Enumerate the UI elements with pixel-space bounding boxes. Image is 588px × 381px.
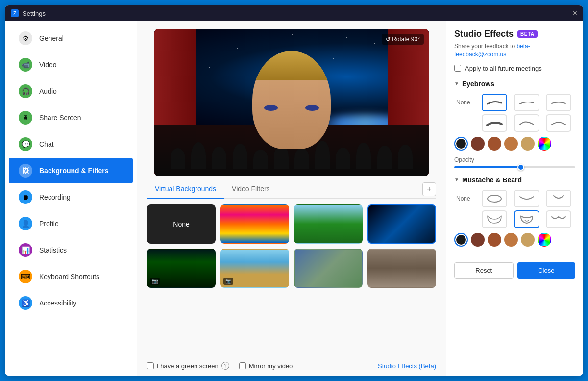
audio-icon: 🎧 bbox=[19, 84, 32, 98]
sidebar-item-profile[interactable]: 👤 Profile bbox=[9, 211, 133, 236]
background-golden-gate[interactable] bbox=[220, 204, 289, 244]
close-studio-button[interactable]: Close bbox=[517, 262, 576, 279]
background-game[interactable] bbox=[294, 249, 363, 288]
mirror-video-label: Mirror my video bbox=[249, 362, 293, 370]
beard-option-6[interactable] bbox=[546, 210, 571, 228]
chat-icon: 💬 bbox=[19, 137, 32, 151]
green-screen-help-icon[interactable]: ? bbox=[221, 362, 229, 370]
sidebar-label-profile: Profile bbox=[39, 220, 59, 228]
tab-video-filters[interactable]: Video Filters bbox=[224, 180, 278, 199]
app-icon: Z bbox=[11, 9, 19, 17]
sidebar: ⚙ General 📹 Video 🎧 Audio 🖥 Share Screen… bbox=[5, 21, 137, 376]
video-preview-section: ↺ Rotate 90° bbox=[137, 21, 446, 180]
background-grass[interactable] bbox=[294, 204, 363, 244]
sidebar-item-background-filters[interactable]: 🖼 Background & Filters bbox=[9, 158, 133, 183]
sidebar-item-general[interactable]: ⚙ General bbox=[9, 25, 133, 51]
none-label: None bbox=[173, 220, 189, 228]
sidebar-label-recording: Recording bbox=[39, 193, 71, 201]
eyebrows-row1: None bbox=[454, 94, 575, 111]
feedback-prefix: Share your feedback to bbox=[454, 43, 515, 50]
title-bar-left: Z Settings bbox=[11, 9, 46, 17]
sidebar-label-audio: Audio bbox=[39, 87, 57, 95]
green-screen-checkbox[interactable] bbox=[147, 362, 154, 369]
background-none[interactable]: None bbox=[147, 204, 216, 244]
beard-shape-1 bbox=[486, 194, 503, 203]
person-hair bbox=[252, 51, 331, 80]
sidebar-item-accessibility[interactable]: ♿ Accessibility bbox=[9, 290, 133, 316]
svg-point-0 bbox=[488, 195, 501, 202]
background-filters-icon: 🖼 bbox=[19, 164, 32, 178]
main-content: ⚙ General 📹 Video 🎧 Audio 🖥 Share Screen… bbox=[5, 21, 583, 376]
mustache-section-header[interactable]: ▼ Mustache & Beard bbox=[454, 176, 575, 184]
sidebar-item-recording[interactable]: ⏺ Recording bbox=[9, 184, 133, 210]
beard-option-3[interactable] bbox=[546, 190, 571, 207]
tabs-left: Virtual Backgrounds Video Filters bbox=[147, 180, 278, 198]
beard-color-black[interactable] bbox=[454, 233, 468, 247]
eyebrow-color-medium-brown[interactable] bbox=[504, 137, 518, 151]
sidebar-label-keyboard-shortcuts: Keyboard Shortcuts bbox=[39, 273, 99, 280]
brow-option-5[interactable] bbox=[514, 114, 539, 132]
background-aurora[interactable]: 📷 bbox=[147, 249, 216, 288]
brow-option-6[interactable] bbox=[546, 114, 571, 132]
left-eye bbox=[264, 105, 278, 111]
sidebar-label-accessibility: Accessibility bbox=[39, 299, 76, 307]
rotate-button[interactable]: ↺ Rotate 90° bbox=[382, 34, 424, 45]
general-icon: ⚙ bbox=[19, 31, 32, 45]
beard-color-dark-brown[interactable] bbox=[471, 233, 485, 247]
beard-option-5[interactable] bbox=[514, 210, 539, 228]
audience-member bbox=[253, 150, 268, 169]
feedback-text: Share your feedback to beta-feedback@zoo… bbox=[454, 42, 575, 59]
brow-option-1[interactable] bbox=[482, 94, 507, 111]
apply-future-meetings-checkbox[interactable] bbox=[454, 65, 461, 72]
sidebar-item-keyboard-shortcuts[interactable]: ⌨ Keyboard Shortcuts bbox=[9, 264, 133, 289]
studio-effects-panel: Studio Effects BETA Share your feedback … bbox=[446, 21, 583, 376]
sidebar-item-statistics[interactable]: 📊 Statistics bbox=[9, 237, 133, 263]
brow-option-2[interactable] bbox=[514, 94, 539, 111]
sidebar-item-video[interactable]: 📹 Video bbox=[9, 52, 133, 77]
sidebar-label-statistics: Statistics bbox=[39, 246, 67, 254]
sidebar-item-share-screen[interactable]: 🖥 Share Screen bbox=[9, 105, 133, 130]
add-background-button[interactable]: + bbox=[422, 182, 436, 196]
eyebrows-section-header[interactable]: ▼ Eyebrows bbox=[454, 80, 575, 88]
beard-color-rainbow[interactable] bbox=[538, 233, 551, 247]
sidebar-item-audio[interactable]: 🎧 Audio bbox=[9, 78, 133, 104]
beard-shape-2 bbox=[518, 194, 536, 203]
tabs-row: Virtual Backgrounds Video Filters + bbox=[147, 180, 436, 199]
studio-effects-link[interactable]: Studio Effects (Beta) bbox=[378, 362, 436, 370]
background-interior[interactable] bbox=[368, 249, 436, 288]
keyboard-shortcuts-icon: ⌨ bbox=[19, 270, 32, 283]
audience-member bbox=[315, 141, 330, 169]
beard-option-4[interactable] bbox=[482, 210, 507, 228]
mirror-video-checkbox[interactable] bbox=[239, 362, 246, 369]
beard-color-brown[interactable] bbox=[488, 233, 501, 247]
beard-option-2[interactable] bbox=[514, 190, 539, 207]
eyebrow-color-light-brown[interactable] bbox=[521, 137, 535, 151]
eyebrow-color-dark-brown[interactable] bbox=[471, 137, 485, 151]
right-eye bbox=[305, 105, 319, 111]
sidebar-item-chat[interactable]: 💬 Chat bbox=[9, 131, 133, 157]
brow-option-3[interactable] bbox=[546, 94, 571, 111]
tab-virtual-backgrounds[interactable]: Virtual Backgrounds bbox=[147, 180, 224, 199]
audience-member bbox=[212, 147, 226, 169]
title-bar: Z Settings × bbox=[5, 5, 583, 21]
eyebrow-color-black[interactable] bbox=[454, 137, 468, 151]
beard-option-1[interactable] bbox=[482, 190, 507, 207]
beard-color-medium-brown[interactable] bbox=[504, 233, 518, 247]
background-space[interactable] bbox=[368, 204, 436, 244]
eyebrow-color-rainbow[interactable] bbox=[538, 137, 551, 151]
window-close-button[interactable]: × bbox=[573, 9, 577, 17]
beard-color-light-brown[interactable] bbox=[521, 233, 535, 247]
green-screen-row: I have a green screen ? bbox=[147, 362, 229, 370]
sidebar-label-chat: Chat bbox=[39, 140, 54, 148]
opacity-label: Opacity bbox=[454, 156, 575, 163]
eyebrows-row2 bbox=[454, 114, 575, 132]
beard-shape-5 bbox=[518, 214, 536, 224]
eyebrow-color-brown[interactable] bbox=[488, 137, 501, 151]
sidebar-label-share-screen: Share Screen bbox=[39, 114, 81, 122]
person-eyes bbox=[264, 105, 319, 111]
brow-option-4[interactable] bbox=[482, 114, 507, 132]
background-beach[interactable]: 📷 bbox=[220, 249, 289, 288]
reset-button[interactable]: Reset bbox=[454, 262, 514, 279]
green-screen-label: I have a green screen bbox=[157, 362, 219, 370]
opacity-slider[interactable] bbox=[454, 166, 575, 168]
